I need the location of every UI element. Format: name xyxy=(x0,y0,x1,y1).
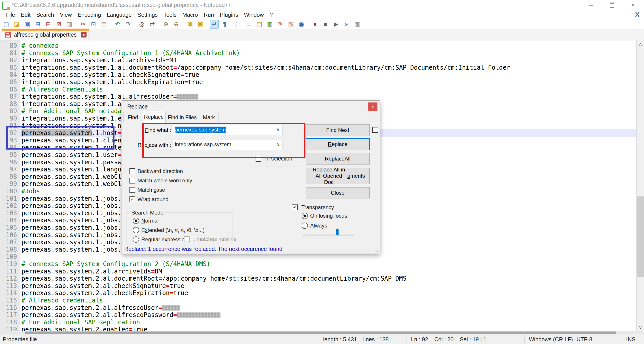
redo-icon[interactable]: ↷ xyxy=(124,20,132,28)
menu-item-file[interactable]: File xyxy=(3,10,18,19)
checkbox[interactable] xyxy=(130,178,135,183)
record-macro-icon[interactable]: ● xyxy=(310,20,320,28)
redacted-credential xyxy=(177,94,198,99)
resize-grip-icon[interactable] xyxy=(375,250,378,253)
zoom-out-icon[interactable]: ⊖ xyxy=(172,20,181,28)
menu-item-run[interactable]: Run xyxy=(201,10,217,19)
checkbox[interactable] xyxy=(130,168,135,174)
scroll-up-icon[interactable]: ∧ xyxy=(636,40,644,48)
search-mode-extended-n-r-t-0-x-[interactable]: Extended (\n, \r, \t, \0, \x...) xyxy=(133,227,204,233)
dialog-tab-find-in-files[interactable]: Find in Files xyxy=(166,112,199,122)
paste-icon[interactable]: ▤ xyxy=(100,20,108,28)
horizontal-scrollbar-thumb[interactable] xyxy=(24,332,616,334)
play-macro-icon[interactable]: ▶ xyxy=(332,20,340,28)
doc-map-icon[interactable]: ▤ xyxy=(255,20,264,28)
matches-newline-checkbox[interactable] xyxy=(184,236,190,242)
replace-all-in-all-opened-documents-button[interactable]: Replace All in All Opened Documents xyxy=(306,168,370,184)
save-icon[interactable]: ▣ xyxy=(23,20,32,28)
menu-item-tools[interactable]: Tools xyxy=(160,10,179,19)
close-button[interactable]: × xyxy=(628,1,639,8)
search-mode-regular-expression[interactable]: Regular expression xyxy=(133,236,188,243)
dialog-tab-replace[interactable]: Replace xyxy=(142,111,166,123)
radio-button[interactable] xyxy=(133,236,139,243)
option-label: Backward direction xyxy=(138,168,183,174)
transparency-slider-track[interactable] xyxy=(302,234,355,235)
sync-horizontal-icon[interactable]: ▣ xyxy=(196,20,205,28)
dialog-tab-find[interactable]: Find xyxy=(124,112,142,122)
menu-item-settings[interactable]: Settings xyxy=(134,10,160,19)
editor-line: pernexas.sap.system.1.langu xyxy=(22,166,122,173)
edit-marker-icon[interactable]: ✎ xyxy=(276,20,285,28)
close-dialog-button[interactable]: Close xyxy=(306,187,370,198)
search-mode-normal[interactable]: Normal xyxy=(133,217,158,224)
word-wrap-icon[interactable]: ↵ xyxy=(210,20,219,28)
radio-button[interactable] xyxy=(133,227,139,233)
view-monitor-icon[interactable]: ◉ xyxy=(297,20,306,28)
close-all-docs-icon[interactable]: ⊠ xyxy=(54,20,63,28)
find-next-button[interactable]: Find Next xyxy=(306,124,370,136)
menu-item-edit[interactable]: Edit xyxy=(18,10,33,19)
line-number: 88 xyxy=(0,100,17,107)
new-file-icon[interactable]: ▢ xyxy=(2,20,11,28)
radio-button[interactable] xyxy=(133,218,139,224)
save-macro-icon[interactable]: ▦ xyxy=(353,20,362,28)
checkbox[interactable] xyxy=(130,187,135,193)
option-match-whole-word-only[interactable]: Match whole word only xyxy=(130,177,192,184)
print-icon[interactable]: ▥ xyxy=(65,20,74,28)
option-label: Match case xyxy=(138,187,165,193)
indent-guide-icon[interactable]: ∷ xyxy=(231,20,240,28)
editor-line: integrations.sap.system.1.e xyxy=(22,115,122,122)
folder-workspace-icon[interactable]: ▧ xyxy=(286,20,296,28)
radio-button[interactable] xyxy=(302,223,308,229)
undo-icon[interactable]: ↶ xyxy=(113,20,122,28)
checkbox[interactable]: ✓ xyxy=(130,196,135,202)
menu-item-language[interactable]: Language xyxy=(104,10,134,19)
show-all-characters-icon[interactable]: ¶ xyxy=(220,20,229,28)
menu-item-search[interactable]: Search xyxy=(33,10,57,19)
minimize-button[interactable]: – xyxy=(586,1,596,8)
close-doc-icon[interactable]: ⊟ xyxy=(44,20,53,28)
save-all-icon[interactable]: ⊞ xyxy=(33,20,42,28)
line-number: 84 xyxy=(0,71,17,78)
editor-line: integrations.sap.system.1.al.checkExpira… xyxy=(22,78,203,86)
copy-icon[interactable]: ⊡ xyxy=(89,20,98,28)
option-wrap-around[interactable]: ✓Wrap around xyxy=(130,196,168,202)
menu-item-window[interactable]: Window xyxy=(241,10,267,19)
editor-line: #Jobs xyxy=(22,187,40,195)
menu-item-view[interactable]: View xyxy=(57,10,75,19)
function-list-icon[interactable]: ≡ xyxy=(244,20,253,28)
menu-item-macro[interactable]: Macro xyxy=(180,10,201,19)
stop-macro-icon[interactable]: ■ xyxy=(321,20,330,28)
transparency-slider-thumb[interactable] xyxy=(336,229,338,235)
horizontal-scrollbar[interactable] xyxy=(0,331,644,334)
vertical-scrollbar-thumb[interactable] xyxy=(637,196,644,277)
restore-button[interactable] xyxy=(606,1,618,8)
option-match-case[interactable]: Match case xyxy=(130,186,165,193)
unlabeled-checkbox[interactable] xyxy=(372,127,378,133)
dialog-close-icon[interactable]: x xyxy=(368,102,378,111)
vertical-scrollbar[interactable]: ∧ ∨ xyxy=(636,40,644,331)
option-backward-direction[interactable]: Backward direction xyxy=(130,168,183,174)
menu-item-plugins[interactable]: Plugins xyxy=(217,10,241,19)
replace-all-button[interactable]: Replace All xyxy=(306,153,370,165)
menu-item-encoding[interactable]: Encoding xyxy=(75,10,104,19)
sync-vertical-icon[interactable]: ▣ xyxy=(186,20,194,28)
menu-item-[interactable]: ? xyxy=(267,10,276,19)
scroll-down-icon[interactable]: ∨ xyxy=(636,324,644,331)
transparency-on-losing-focus[interactable]: On losing focus xyxy=(302,212,347,219)
transparency-always[interactable]: Always xyxy=(302,222,327,229)
radio-button[interactable] xyxy=(302,213,308,219)
replace-icon[interactable]: ⇄ xyxy=(148,20,157,28)
close-document-x-button[interactable]: X xyxy=(635,11,640,18)
run-macro-multiple-icon[interactable]: » xyxy=(342,20,351,28)
doc-switcher-icon[interactable]: ▦ xyxy=(266,20,274,28)
find-icon[interactable]: ◎ xyxy=(137,20,146,28)
tab-close-icon[interactable]: x xyxy=(81,32,86,37)
editor-line: pernexas.sap.system.1.jobs. xyxy=(22,195,122,202)
zoom-in-icon[interactable]: ⊕ xyxy=(162,20,170,28)
dialog-tab-mark[interactable]: Mark xyxy=(199,112,219,122)
replace-button[interactable]: Replace xyxy=(306,138,370,150)
notepad-plus-plus-window: *C:\Alfresco\5.2.6.upgrade\tomcat\shared… xyxy=(0,0,644,344)
cut-icon[interactable]: ✂ xyxy=(78,20,88,28)
open-folder-icon[interactable]: ◪ xyxy=(12,20,21,28)
